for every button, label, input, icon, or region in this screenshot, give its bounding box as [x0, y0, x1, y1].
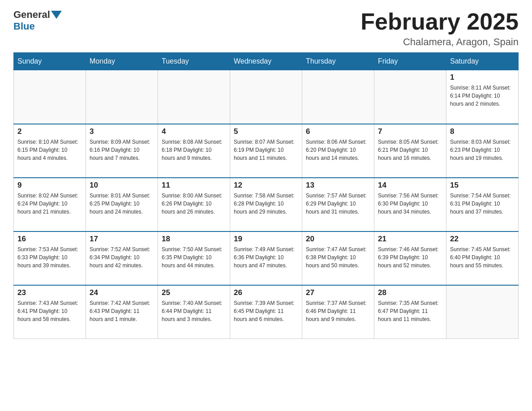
day-info: Sunrise: 8:07 AM Sunset: 6:19 PM Dayligh… — [234, 138, 298, 162]
calendar-day-cell: 10Sunrise: 8:01 AM Sunset: 6:25 PM Dayli… — [86, 178, 158, 231]
day-number: 21 — [378, 235, 442, 244]
day-info: Sunrise: 8:09 AM Sunset: 6:16 PM Dayligh… — [90, 138, 154, 162]
day-number: 25 — [162, 288, 226, 297]
day-number: 11 — [162, 181, 226, 190]
day-number: 4 — [162, 127, 226, 136]
day-number: 6 — [306, 127, 370, 136]
day-info: Sunrise: 8:10 AM Sunset: 6:15 PM Dayligh… — [17, 138, 82, 162]
day-number: 24 — [90, 288, 154, 297]
day-number: 22 — [450, 235, 515, 244]
calendar-day-cell: 27Sunrise: 7:37 AM Sunset: 6:46 PM Dayli… — [302, 285, 374, 339]
day-number: 26 — [234, 288, 298, 297]
calendar-day-cell: 28Sunrise: 7:35 AM Sunset: 6:47 PM Dayli… — [374, 285, 446, 339]
calendar-day-cell — [158, 70, 230, 124]
day-number: 20 — [306, 235, 370, 244]
calendar-table: SundayMondayTuesdayWednesdayThursdayFrid… — [13, 52, 519, 339]
day-info: Sunrise: 7:49 AM Sunset: 6:36 PM Dayligh… — [234, 245, 298, 270]
day-number: 13 — [306, 181, 370, 190]
day-number: 7 — [378, 127, 442, 136]
day-info: Sunrise: 7:46 AM Sunset: 6:39 PM Dayligh… — [378, 245, 442, 270]
day-info: Sunrise: 7:54 AM Sunset: 6:31 PM Dayligh… — [450, 192, 515, 216]
day-info: Sunrise: 7:39 AM Sunset: 6:45 PM Dayligh… — [234, 299, 298, 323]
day-number: 23 — [17, 288, 82, 297]
calendar-day-cell — [446, 285, 519, 339]
day-number: 17 — [90, 235, 154, 244]
calendar-day-cell: 21Sunrise: 7:46 AM Sunset: 6:39 PM Dayli… — [374, 231, 446, 285]
calendar-day-cell: 12Sunrise: 7:58 AM Sunset: 6:28 PM Dayli… — [230, 178, 302, 231]
day-info: Sunrise: 8:02 AM Sunset: 6:24 PM Dayligh… — [17, 192, 82, 216]
day-info: Sunrise: 8:03 AM Sunset: 6:23 PM Dayligh… — [450, 138, 515, 162]
day-number: 15 — [450, 181, 515, 190]
calendar-day-cell: 22Sunrise: 7:45 AM Sunset: 6:40 PM Dayli… — [446, 231, 519, 285]
calendar-day-cell: 24Sunrise: 7:42 AM Sunset: 6:43 PM Dayli… — [86, 285, 158, 339]
day-number: 12 — [234, 181, 298, 190]
day-info: Sunrise: 8:05 AM Sunset: 6:21 PM Dayligh… — [378, 138, 442, 162]
calendar-day-cell: 17Sunrise: 7:52 AM Sunset: 6:34 PM Dayli… — [86, 231, 158, 285]
calendar-day-cell — [302, 70, 374, 124]
day-info: Sunrise: 7:57 AM Sunset: 6:29 PM Dayligh… — [306, 192, 370, 216]
calendar-day-cell: 26Sunrise: 7:39 AM Sunset: 6:45 PM Dayli… — [230, 285, 302, 339]
weekday-header-friday: Friday — [374, 53, 446, 70]
calendar-day-cell: 25Sunrise: 7:40 AM Sunset: 6:44 PM Dayli… — [158, 285, 230, 339]
day-info: Sunrise: 7:40 AM Sunset: 6:44 PM Dayligh… — [162, 299, 226, 323]
day-number: 2 — [17, 127, 82, 136]
day-info: Sunrise: 7:43 AM Sunset: 6:41 PM Dayligh… — [17, 299, 82, 323]
calendar-day-cell: 23Sunrise: 7:43 AM Sunset: 6:41 PM Dayli… — [14, 285, 86, 339]
day-number: 14 — [378, 181, 442, 190]
day-info: Sunrise: 7:45 AM Sunset: 6:40 PM Dayligh… — [450, 245, 515, 270]
day-number: 1 — [450, 73, 515, 82]
title-area: February 2025 Chalamera, Aragon, Spain — [360, 9, 519, 48]
day-info: Sunrise: 7:56 AM Sunset: 6:30 PM Dayligh… — [378, 192, 442, 216]
day-info: Sunrise: 7:47 AM Sunset: 6:38 PM Dayligh… — [306, 245, 370, 270]
calendar-day-cell: 1Sunrise: 8:11 AM Sunset: 6:14 PM Daylig… — [446, 70, 519, 124]
calendar-day-cell — [230, 70, 302, 124]
day-number: 10 — [90, 181, 154, 190]
day-info: Sunrise: 8:01 AM Sunset: 6:25 PM Dayligh… — [90, 192, 154, 216]
calendar-day-cell: 5Sunrise: 8:07 AM Sunset: 6:19 PM Daylig… — [230, 124, 302, 178]
day-number: 18 — [162, 235, 226, 244]
calendar-day-cell: 14Sunrise: 7:56 AM Sunset: 6:30 PM Dayli… — [374, 178, 446, 231]
calendar-day-cell: 4Sunrise: 8:08 AM Sunset: 6:18 PM Daylig… — [158, 124, 230, 178]
day-info: Sunrise: 7:52 AM Sunset: 6:34 PM Dayligh… — [90, 245, 154, 270]
day-number: 9 — [17, 181, 82, 190]
calendar-week-row: 9Sunrise: 8:02 AM Sunset: 6:24 PM Daylig… — [14, 178, 519, 231]
weekday-header-row: SundayMondayTuesdayWednesdayThursdayFrid… — [14, 53, 519, 70]
location-subtitle: Chalamera, Aragon, Spain — [360, 36, 519, 48]
day-number: 8 — [450, 127, 515, 136]
calendar-day-cell: 7Sunrise: 8:05 AM Sunset: 6:21 PM Daylig… — [374, 124, 446, 178]
logo-arrow-icon — [51, 11, 62, 19]
calendar-day-cell: 6Sunrise: 8:06 AM Sunset: 6:20 PM Daylig… — [302, 124, 374, 178]
calendar-day-cell: 11Sunrise: 8:00 AM Sunset: 6:26 PM Dayli… — [158, 178, 230, 231]
day-number: 3 — [90, 127, 154, 136]
calendar-day-cell: 19Sunrise: 7:49 AM Sunset: 6:36 PM Dayli… — [230, 231, 302, 285]
weekday-header-saturday: Saturday — [446, 53, 519, 70]
calendar-week-row: 16Sunrise: 7:53 AM Sunset: 6:33 PM Dayli… — [14, 231, 519, 285]
calendar-day-cell — [14, 70, 86, 124]
weekday-header-sunday: Sunday — [14, 53, 86, 70]
calendar-week-row: 23Sunrise: 7:43 AM Sunset: 6:41 PM Dayli… — [14, 285, 519, 339]
calendar-day-cell: 9Sunrise: 8:02 AM Sunset: 6:24 PM Daylig… — [14, 178, 86, 231]
calendar-day-cell: 20Sunrise: 7:47 AM Sunset: 6:38 PM Dayli… — [302, 231, 374, 285]
weekday-header-thursday: Thursday — [302, 53, 374, 70]
day-info: Sunrise: 7:58 AM Sunset: 6:28 PM Dayligh… — [234, 192, 298, 216]
calendar-day-cell: 15Sunrise: 7:54 AM Sunset: 6:31 PM Dayli… — [446, 178, 519, 231]
logo-general-text: General — [13, 9, 50, 21]
calendar-day-cell — [374, 70, 446, 124]
day-number: 28 — [378, 288, 442, 297]
day-info: Sunrise: 8:08 AM Sunset: 6:18 PM Dayligh… — [162, 138, 226, 162]
day-info: Sunrise: 8:11 AM Sunset: 6:14 PM Dayligh… — [450, 84, 515, 108]
day-number: 27 — [306, 288, 370, 297]
day-number: 19 — [234, 235, 298, 244]
day-info: Sunrise: 7:53 AM Sunset: 6:33 PM Dayligh… — [17, 245, 82, 270]
day-number: 16 — [17, 235, 82, 244]
calendar-day-cell: 16Sunrise: 7:53 AM Sunset: 6:33 PM Dayli… — [14, 231, 86, 285]
logo: General Blue — [13, 9, 63, 32]
weekday-header-wednesday: Wednesday — [230, 53, 302, 70]
day-info: Sunrise: 7:37 AM Sunset: 6:46 PM Dayligh… — [306, 299, 370, 323]
calendar-day-cell: 13Sunrise: 7:57 AM Sunset: 6:29 PM Dayli… — [302, 178, 374, 231]
day-number: 5 — [234, 127, 298, 136]
calendar-day-cell — [86, 70, 158, 124]
day-info: Sunrise: 8:00 AM Sunset: 6:26 PM Dayligh… — [162, 192, 226, 216]
calendar-day-cell: 8Sunrise: 8:03 AM Sunset: 6:23 PM Daylig… — [446, 124, 519, 178]
month-title: February 2025 — [360, 9, 519, 34]
